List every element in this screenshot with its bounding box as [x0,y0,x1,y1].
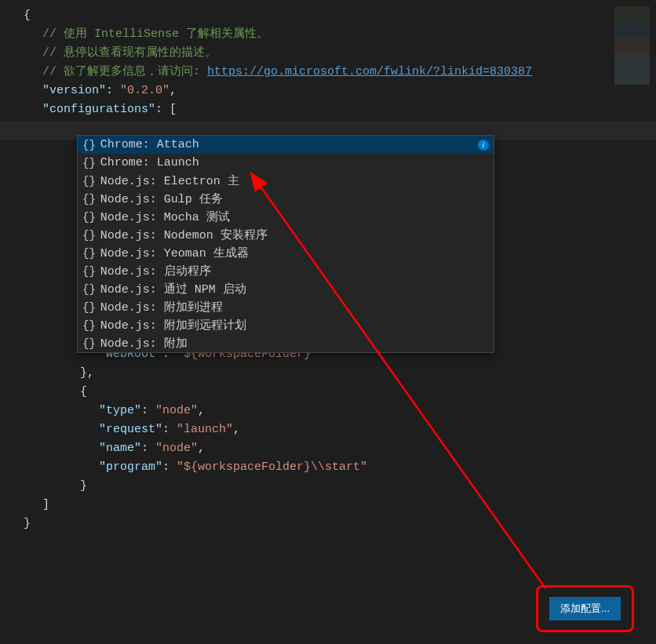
suggestion-item[interactable]: {}Node.js: 附加到远程计划 [78,316,494,334]
code-comment: // 使用 IntelliSense 了解相关属性。 [24,25,656,44]
suggestion-item[interactable]: {}Node.js: 附加到进程 [78,298,494,316]
snippet-icon: {} [82,139,96,151]
snippet-icon: {} [82,283,96,296]
annotation-highlight: 添加配置... [536,585,634,632]
code-line: { [24,383,656,402]
code-line: }, [24,364,656,383]
code-line: "name": "node", [24,439,656,458]
snippet-icon: {} [82,265,96,278]
info-icon[interactable]: i [478,140,489,151]
snippet-icon: {} [82,229,96,242]
code-line: "type": "node", [24,402,656,420]
suggestion-item[interactable]: {}Node.js: Nodemon 安装程序 [78,226,494,244]
suggestion-label: Node.js: Electron 主 [100,173,239,188]
suggestion-label: Node.js: Yeoman 生成器 [100,246,249,260]
code-line: "program": "${workspaceFolder}\\start" [24,458,656,477]
suggestion-item[interactable]: {}Node.js: Gulp 任务 [78,190,494,208]
snippet-icon: {} [82,301,96,314]
suggestion-label: Chrome: Launch [100,156,199,169]
snippet-icon: {} [82,193,96,206]
snippet-icon: {} [82,157,96,169]
code-line: ] [24,496,656,515]
suggestion-item[interactable]: {}Node.js: Electron 主 [78,172,494,190]
suggestion-item[interactable]: {}Node.js: Yeoman 生成器 [78,244,494,262]
snippet-icon: {} [82,175,96,187]
snippet-icon: {} [82,211,96,224]
suggestion-item[interactable]: {}Chrome: Attachi [78,136,494,154]
code-comment: // 欲了解更多信息，请访问: https://go.microsoft.com… [24,63,656,82]
suggestion-label: Node.js: Gulp 任务 [100,191,223,206]
suggestion-label: Node.js: 附加到进程 [100,300,223,315]
docs-link[interactable]: https://go.microsoft.com/fwlink/?linkid=… [207,65,532,78]
suggestion-label: Node.js: Nodemon 安装程序 [100,227,268,242]
code-comment: // 悬停以查看现有属性的描述。 [24,44,656,63]
suggestion-label: Node.js: 启动程序 [100,264,211,278]
suggestion-item[interactable]: {}Chrome: Launch [78,154,494,172]
suggestion-label: Node.js: 附加到远程计划 [100,318,246,333]
suggestion-label: Node.js: 通过 NPM 启动 [100,282,246,297]
suggestion-item[interactable]: {}Node.js: 启动程序 [78,262,494,280]
suggestion-item[interactable]: {}Node.js: 通过 NPM 启动 [78,280,494,298]
add-configuration-button[interactable]: 添加配置... [549,597,621,620]
snippet-icon: {} [82,337,96,350]
suggestion-item[interactable]: {}Node.js: 附加 [78,334,494,352]
code-line: "configurations": [ [24,100,656,119]
code-line: { [24,6,656,25]
suggestion-label: Node.js: Mocha 测试 [100,209,230,224]
code-line: "request": "launch", [24,420,656,439]
code-line: "version": "0.2.0", [24,82,656,100]
snippet-icon: {} [82,247,96,260]
suggestion-item[interactable]: {}Node.js: Mocha 测试 [78,208,494,226]
code-line: } [24,515,656,533]
suggestion-label: Chrome: Attach [100,138,199,151]
code-line: } [24,477,656,496]
suggestion-label: Node.js: 附加 [100,336,188,351]
snippet-icon: {} [82,319,96,332]
intellisense-popup: {}Chrome: Attachi{}Chrome: Launch{}Node.… [77,135,494,353]
